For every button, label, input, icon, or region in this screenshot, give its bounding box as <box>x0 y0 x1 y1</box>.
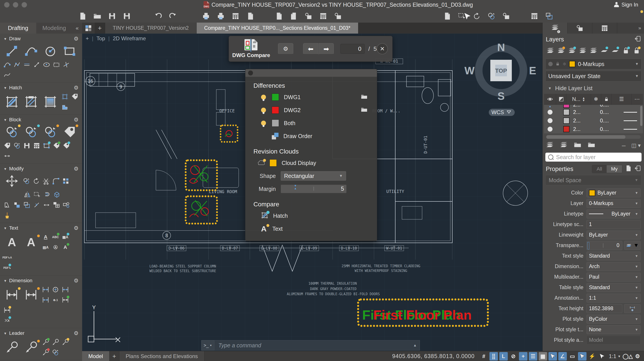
layout-grid-icon[interactable] <box>82 23 94 34</box>
attach-reference-button[interactable] <box>303 11 314 21</box>
space-dropdown[interactable]: Model Space ▼ <box>545 175 642 185</box>
column-visibility-icon[interactable] <box>544 94 556 105</box>
tool-rotate-icon[interactable] <box>31 176 41 186</box>
viewcube-label[interactable]: TOP <box>495 67 507 74</box>
compass-west[interactable]: W <box>464 65 475 77</box>
tool-line-icon[interactable] <box>2 43 22 60</box>
annotation-autoscale-icon[interactable] <box>578 352 586 360</box>
annotation-scale-dropdown[interactable]: 1:1▼ <box>586 294 641 303</box>
color-dropdown[interactable]: ByLayer▼ <box>586 188 641 197</box>
disclosure-triangle-icon[interactable]: ▼ <box>4 226 7 230</box>
tool-align-leaders-icon[interactable] <box>50 337 60 347</box>
close-panel-icon[interactable] <box>634 165 641 173</box>
layer-move-down-icon[interactable] <box>578 46 588 56</box>
layer-group-icon[interactable] <box>574 141 582 150</box>
remove-layer-icon[interactable]: – <box>622 142 626 149</box>
reference-manager-button[interactable] <box>544 11 554 21</box>
close-panel-icon[interactable] <box>634 35 641 44</box>
tool-text-update-icon[interactable]: A <box>60 242 70 252</box>
disclosure-triangle-icon[interactable]: ▼ <box>4 279 7 283</box>
object-snap-tracking-icon[interactable]: + <box>519 352 528 360</box>
layer-list-scrollbar[interactable] <box>640 106 642 126</box>
layer-unlock-icon[interactable] <box>632 46 642 56</box>
save-button[interactable] <box>107 11 118 21</box>
tab-layers-palette[interactable]: i <box>543 23 568 34</box>
difference-counter-input[interactable] <box>340 44 364 54</box>
layer-search[interactable] <box>545 153 642 162</box>
angle-snap-icon[interactable]: ∠ <box>558 352 567 360</box>
xref-refresh-button[interactable] <box>471 11 482 21</box>
tool-pdf-text-tools-icon[interactable]: PDF↳ <box>2 263 12 273</box>
layer-dropdown[interactable]: 0-Markups▼ <box>586 199 641 208</box>
tool-create-block-icon[interactable] <box>22 124 41 141</box>
hatch-bulb-icon[interactable] <box>261 212 268 220</box>
tool-dimension-check-icon[interactable] <box>60 295 70 305</box>
tool-write-block-icon[interactable] <box>22 141 32 151</box>
export-button[interactable] <box>288 11 299 21</box>
tool-spline-icon[interactable] <box>2 70 12 80</box>
print-button[interactable] <box>201 11 212 21</box>
tool-rect-offset-icon[interactable] <box>22 200 32 210</box>
purge-button[interactable] <box>486 11 497 21</box>
margin-slider[interactable]: ▼▲ 5 <box>281 185 346 193</box>
document-tab-version2[interactable]: TINY HOUSE_TRP007_Version2 <box>105 23 196 34</box>
tool-revision-cloud-icon[interactable] <box>52 60 61 70</box>
tool-mirror-icon[interactable] <box>22 190 32 200</box>
tool-replace-block-icon[interactable] <box>2 151 12 161</box>
layer-on-icon[interactable] <box>548 110 552 115</box>
disclosure-triangle-icon[interactable]: ▼ <box>4 118 7 122</box>
minimize-window-button[interactable] <box>13 2 18 8</box>
text-style-dropdown[interactable]: Standard▼ <box>586 252 641 260</box>
tool-hatch-icon[interactable] <box>2 93 22 110</box>
compare-settings-button[interactable]: ⚙ <box>278 43 293 54</box>
gear-icon[interactable]: ⚙ <box>74 36 78 42</box>
layer-row-partial[interactable]: ▲ 2... 0.... <box>544 105 643 108</box>
tool-add-selected-icon[interactable] <box>42 141 52 151</box>
column-more-icon[interactable]: ⋯ <box>632 94 642 105</box>
tool-clean-icon[interactable] <box>2 210 12 220</box>
tool-spell-check-icon[interactable]: ABC <box>50 232 60 242</box>
layer-list-hscrollbar[interactable] <box>546 135 641 139</box>
tool-polyline-icon[interactable] <box>12 60 22 70</box>
layer-color-swatch[interactable] <box>563 109 570 115</box>
dwg2-visibility-bulb-icon[interactable] <box>261 108 266 113</box>
new-layer-icon[interactable] <box>546 141 554 150</box>
tool-ellipse-icon[interactable] <box>42 60 52 70</box>
traffic-lights[interactable] <box>4 2 27 8</box>
import-button[interactable] <box>274 11 284 21</box>
tool-multileader-icon[interactable] <box>2 339 22 356</box>
compass-north[interactable]: N <box>497 42 505 53</box>
hide-layer-list-toggle[interactable]: ▼ Hide Layer List <box>543 83 644 93</box>
polar-tracking-icon[interactable]: ⊘ <box>509 352 518 360</box>
tool-linear-dimension-icon[interactable] <box>41 284 50 295</box>
grid-display-icon[interactable]: # <box>480 352 488 360</box>
isolate-objects-icon[interactable]: ▭ <box>568 352 577 360</box>
tool-select-similar-icon[interactable] <box>32 190 42 200</box>
column-freeze-icon[interactable]: ❄ <box>591 94 601 105</box>
both-color-swatch[interactable] <box>272 120 279 127</box>
layer-move-up-icon[interactable] <box>588 46 598 56</box>
more-palettes-button[interactable]: » <box>638 23 644 34</box>
tool-fillet-icon[interactable] <box>51 176 61 186</box>
viewport-view-control[interactable]: Top <box>96 35 105 42</box>
layer-row[interactable]: 2... 0.... <box>544 116 643 125</box>
transparency-slider[interactable]: 0 <box>586 241 622 250</box>
dynamic-input-icon[interactable]: ☰ <box>529 352 537 360</box>
close-compare-button[interactable]: ✕ <box>377 43 388 54</box>
tool-pdf-import-text-icon[interactable]: PDF↳A <box>2 252 12 263</box>
tool-jogged-dimension-icon[interactable] <box>2 305 12 315</box>
tool-break-icon[interactable] <box>32 200 42 210</box>
workspace-switching-icon[interactable]: ◯△ <box>624 352 632 360</box>
tool-hatch-edit-icon[interactable] <box>22 93 41 110</box>
shape-dropdown[interactable]: Rectangular ▼ <box>281 171 346 181</box>
tool-text-align-icon[interactable]: ▤A <box>41 242 50 252</box>
tool-copy-icon[interactable] <box>22 176 31 186</box>
tool-leader-flash-icon[interactable] <box>60 337 70 347</box>
tab-references-palette[interactable] <box>568 23 592 34</box>
command-history-toggle-icon[interactable]: ▲ <box>413 343 417 347</box>
layer-state-dropdown[interactable]: Unsaved Layer State ▼ <box>545 71 642 82</box>
layer-color-swatch[interactable] <box>563 126 570 132</box>
tool-ordinate-dimension-icon[interactable] <box>60 284 70 295</box>
tool-region-icon[interactable] <box>60 102 70 112</box>
tool-scale-table-icon[interactable] <box>52 200 61 210</box>
